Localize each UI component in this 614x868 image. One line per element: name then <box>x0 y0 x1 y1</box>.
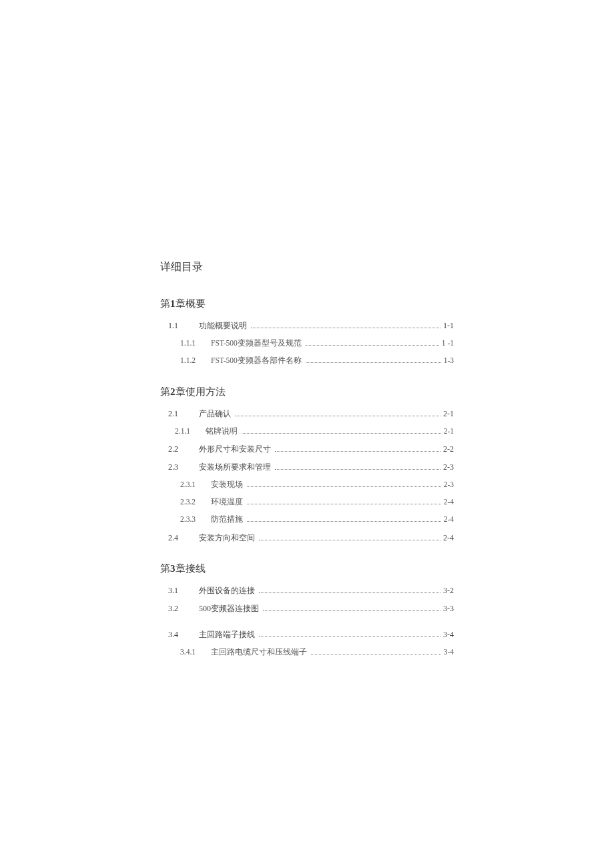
toc-item: 2.2外形尺寸和安装尺寸2-2 <box>160 443 454 455</box>
toc-item-page: 2-1 <box>444 426 454 437</box>
toc-item: 3.2500变频器连接图3-3 <box>160 602 454 614</box>
toc-item: 3.1外围设备的连接3-2 <box>160 584 454 596</box>
toc-item-page: 2-4 <box>444 514 454 525</box>
toc-list: 2.1产品确认2-12.1.1铭牌说明2-12.2外形尺寸和安装尺寸2-22.3… <box>160 408 454 544</box>
toc-leader-dots <box>247 504 441 504</box>
toc-item: 2.4安装方向和空间2-4 <box>160 532 454 544</box>
toc-item: 2.3.3防范措施2-4 <box>160 514 454 525</box>
toc-item-number: 2.1 <box>168 408 187 420</box>
toc-leader-dots <box>259 540 440 540</box>
toc-item-label: FST-500变频器各部件名称 <box>211 355 302 366</box>
toc-item-label: 外围设备的连接 <box>199 584 255 596</box>
toc-item-label: 铭牌说明 <box>206 426 238 437</box>
toc-item-number: 1.1.1 <box>180 338 203 349</box>
toc-item-page: 1-1 <box>443 320 454 332</box>
toc-item-label: 功能概要说明 <box>199 320 247 332</box>
toc-item-page: 1-3 <box>444 355 454 366</box>
toc-item-page: 2-1 <box>443 408 454 420</box>
toc-item-number: 1.1.2 <box>180 355 203 366</box>
chapter-title: 第1章概要 <box>160 298 454 310</box>
toc-list: 1.1功能概要说明1-11.1.1FST-500变频器型号及规范1 -11.1.… <box>160 320 454 367</box>
toc-item-number: 2.4 <box>168 532 187 544</box>
chapter-number: 2 <box>170 386 176 397</box>
toc-item-page: 2-4 <box>444 496 454 508</box>
toc-leader-dots <box>259 592 440 593</box>
toc-item-label: 安装方向和空间 <box>199 532 255 544</box>
toc-leader-dots <box>306 345 439 346</box>
chapter-prefix: 第 <box>160 386 170 397</box>
toc-item-label: FST-500变频器型号及规范 <box>211 338 302 349</box>
toc-item-number: 3.4 <box>168 628 187 640</box>
chapter-title: 第2章使用方法 <box>160 386 454 398</box>
toc-leader-dots <box>311 654 441 655</box>
toc-item-label: 外形尺寸和安装尺寸 <box>199 443 271 455</box>
toc-item-number: 3.1 <box>168 584 187 596</box>
toc-item-number: 2.3.1 <box>180 479 203 490</box>
toc-item-page: 3-4 <box>443 628 454 640</box>
toc-item-number: 3.4.1 <box>180 646 203 658</box>
toc-item: 1.1.2FST-500变频器各部件名称1-3 <box>160 355 454 366</box>
toc-item-page: 2-3 <box>444 479 454 490</box>
toc-leader-dots <box>263 610 440 611</box>
toc-item-label: 主回路电缆尺寸和压线端子 <box>211 646 307 658</box>
toc-item-number: 2.3.3 <box>180 514 203 525</box>
toc-leader-dots <box>235 416 440 416</box>
toc-gap <box>160 620 454 628</box>
toc-item-page: 2-4 <box>443 532 454 544</box>
toc-item: 2.3安装场所要求和管理2-3 <box>160 461 454 473</box>
toc-item: 3.4.1主回路电缆尺寸和压线端子3-4 <box>160 646 454 658</box>
toc-item-label: 安装场所要求和管理 <box>199 461 271 473</box>
chapter-number: 1 <box>170 298 176 309</box>
toc-item-label: 500变频器连接图 <box>199 602 259 614</box>
toc-title: 详细目录 <box>160 260 454 274</box>
toc-item: 2.1.1铭牌说明2-1 <box>160 426 454 437</box>
chapter-prefix: 第 <box>160 298 170 309</box>
chapter-title: 第3章接线 <box>160 562 454 575</box>
chapters-container: 第1章概要1.1功能概要说明1-11.1.1FST-500变频器型号及规范1 -… <box>160 298 454 658</box>
chapter-prefix: 第 <box>160 563 170 574</box>
toc-item-page: 2-2 <box>443 443 454 455</box>
chapter-number: 3 <box>170 563 176 574</box>
toc-leader-dots <box>275 469 440 470</box>
toc-item-number: 2.3 <box>168 461 187 473</box>
chapter-suffix: 章接线 <box>176 563 206 574</box>
toc-item-label: 安装现场 <box>211 479 243 490</box>
toc-item: 2.1产品确认2-1 <box>160 408 454 420</box>
toc-item-page: 2-3 <box>443 461 454 473</box>
toc-leader-dots <box>247 521 441 522</box>
toc-leader-dots <box>306 362 441 363</box>
toc-item-label: 产品确认 <box>199 408 231 420</box>
toc-leader-dots <box>259 636 440 637</box>
toc-item-label: 环境温度 <box>211 496 243 508</box>
toc-item-page: 3-3 <box>443 602 454 614</box>
toc-item-page: 3-4 <box>444 646 454 658</box>
toc-item-page: 1 -1 <box>442 338 454 349</box>
toc-leader-dots <box>242 433 441 434</box>
toc-item-number: 3.2 <box>168 602 187 614</box>
toc-item: 2.3.2环境温度2-4 <box>160 496 454 508</box>
toc-item: 3.4主回路端子接线3-4 <box>160 628 454 640</box>
toc-item: 1.1.1FST-500变频器型号及规范1 -1 <box>160 338 454 349</box>
toc-item-number: 2.2 <box>168 443 187 455</box>
toc-leader-dots <box>247 486 441 487</box>
chapter-suffix: 章使用方法 <box>176 386 226 397</box>
toc-item-number: 2.1.1 <box>175 426 198 437</box>
toc-item-label: 主回路端子接线 <box>199 628 255 640</box>
toc-item-number: 1.1 <box>168 320 187 332</box>
toc-leader-dots <box>251 328 440 328</box>
toc-leader-dots <box>275 451 440 452</box>
toc-item-page: 3-2 <box>443 584 454 596</box>
toc-item: 2.3.1安装现场2-3 <box>160 479 454 490</box>
toc-item-number: 2.3.2 <box>180 496 203 508</box>
toc-list: 3.1外围设备的连接3-23.2500变频器连接图3-33.4主回路端子接线3-… <box>160 584 454 658</box>
chapter-suffix: 章概要 <box>176 298 206 309</box>
toc-item: 1.1功能概要说明1-1 <box>160 320 454 332</box>
toc-item-label: 防范措施 <box>211 514 243 525</box>
